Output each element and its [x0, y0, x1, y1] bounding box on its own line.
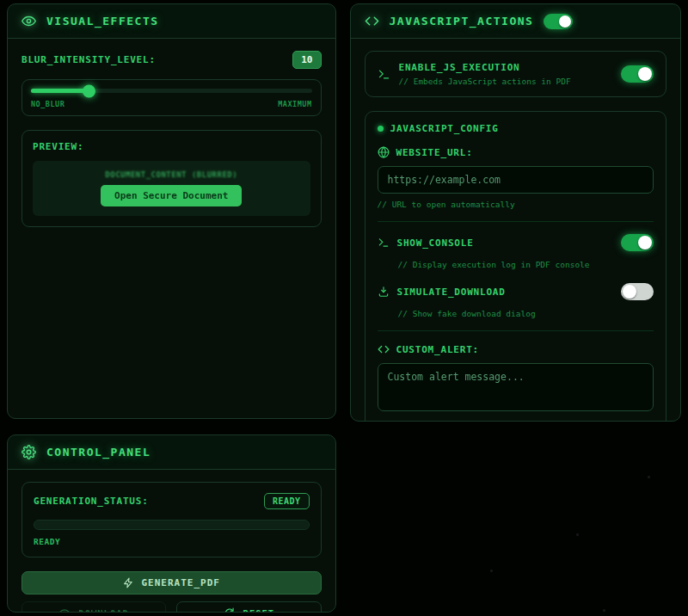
javascript-config-box: JAVASCRIPT_CONFIG WEBSITE_URL: // URL to…	[365, 111, 667, 422]
preview-box: PREVIEW: DOCUMENT_CONTENT (BLURRED) Open…	[22, 130, 322, 227]
toggle-knob	[623, 285, 636, 299]
noise-speck	[603, 609, 605, 612]
show-console-label: SHOW_CONSOLE	[397, 237, 614, 249]
enable-js-text: ENABLE_JS_EXECUTION // Embeds JavaScript…	[399, 62, 613, 86]
page: VISUAL_EFFECTS BLUR_INTENSITY_LEVEL: 10 …	[0, 0, 688, 616]
slider-max-label: MAXIMUM	[278, 100, 311, 108]
reset-label: RESET	[243, 608, 275, 613]
eye-icon	[58, 607, 71, 613]
panel-title: CONTROL_PANEL	[46, 446, 150, 459]
terminal-icon	[378, 68, 390, 81]
lightning-icon	[123, 577, 134, 588]
panel-title: JAVASCRIPT_ACTIONS	[390, 15, 534, 28]
config-title-row: JAVASCRIPT_CONFIG	[378, 123, 654, 134]
javascript-actions-panel: JAVASCRIPT_ACTIONS ENABLE_JS_EXECUTION /…	[350, 3, 682, 422]
simulate-download-toggle[interactable]	[621, 283, 654, 300]
blur-intensity-row: BLUR_INTENSITY_LEVEL: 10	[22, 51, 322, 69]
blur-slider-box: NO_BLUR MAXIMUM	[22, 79, 322, 116]
control-panel-body: GENERATION_STATUS: READY READY GENERATE_…	[8, 470, 335, 613]
custom-alert-comment: // Additional alert message to display	[378, 421, 654, 422]
gear-icon	[22, 445, 36, 459]
reset-button[interactable]: RESET	[176, 601, 321, 613]
javascript-actions-toggle[interactable]	[544, 14, 573, 29]
preview-document: DOCUMENT_CONTENT (BLURRED) Open Secure D…	[33, 161, 310, 216]
toggle-knob	[638, 236, 652, 249]
custom-alert-label: CUSTOM_ALERT:	[396, 344, 480, 355]
noise-speck	[648, 476, 650, 478]
blur-slider-fill[interactable]	[31, 89, 89, 93]
status-text: READY	[34, 537, 310, 546]
download-label: DOWNLOAD	[78, 608, 129, 613]
custom-alert-label-row: CUSTOM_ALERT:	[378, 343, 654, 355]
terminal-icon	[378, 237, 390, 249]
secondary-buttons-row: DOWNLOAD RESET	[22, 601, 322, 613]
blur-intensity-label: BLUR_INTENSITY_LEVEL:	[22, 54, 156, 65]
visual-effects-panel: VISUAL_EFFECTS BLUR_INTENSITY_LEVEL: 10 …	[7, 3, 336, 419]
download-icon	[378, 286, 390, 298]
status-badge: READY	[264, 493, 310, 509]
simulate-download-label: SIMULATE_DOWNLOAD	[397, 286, 614, 298]
visual-effects-header: VISUAL_EFFECTS	[8, 4, 335, 39]
generation-status-box: GENERATION_STATUS: READY READY	[22, 482, 322, 557]
panel-title: VISUAL_EFFECTS	[46, 15, 159, 28]
noise-speck	[490, 570, 493, 572]
enable-js-comment: // Embeds JavaScript actions in PDF	[399, 77, 613, 86]
simulate-download-comment: // Show fake download dialog	[398, 309, 654, 318]
control-panel: CONTROL_PANEL GENERATION_STATUS: READY R…	[7, 434, 336, 613]
website-url-input[interactable]	[378, 166, 654, 194]
visual-effects-body: BLUR_INTENSITY_LEVEL: 10 NO_BLUR MAXIMUM…	[8, 39, 335, 239]
generate-pdf-button[interactable]: GENERATE_PDF	[22, 571, 322, 594]
code-icon	[365, 14, 379, 28]
eye-icon	[22, 14, 36, 28]
website-url-label: WEBSITE_URL:	[396, 147, 473, 158]
noise-speck	[576, 533, 579, 536]
simulate-download-row: SIMULATE_DOWNLOAD	[378, 283, 654, 300]
config-title: JAVASCRIPT_CONFIG	[390, 123, 499, 134]
show-console-row: SHOW_CONSOLE	[378, 234, 654, 251]
toggle-knob	[638, 67, 652, 81]
open-secure-document-button[interactable]: Open Secure Document	[101, 185, 242, 206]
code-icon	[378, 343, 390, 355]
download-button[interactable]: DOWNLOAD	[22, 601, 166, 613]
custom-alert-textarea[interactable]	[378, 363, 654, 411]
generate-pdf-label: GENERATE_PDF	[142, 577, 220, 588]
reset-icon	[224, 607, 236, 613]
toggle-knob	[559, 15, 571, 28]
website-url-label-row: WEBSITE_URL:	[378, 146, 654, 158]
status-row: GENERATION_STATUS: READY	[34, 493, 310, 509]
control-panel-header: CONTROL_PANEL	[8, 435, 335, 470]
javascript-actions-header: JAVASCRIPT_ACTIONS	[351, 4, 681, 39]
blur-slider[interactable]	[31, 89, 312, 93]
website-url-comment: // URL to open automatically	[378, 200, 654, 209]
divider	[378, 330, 654, 331]
blur-value-badge: 10	[292, 51, 321, 69]
show-console-comment: // Display execution log in PDF console	[398, 260, 654, 269]
preview-content-text: DOCUMENT_CONTENT (BLURRED)	[105, 170, 237, 179]
enable-js-toggle[interactable]	[621, 65, 654, 83]
javascript-actions-body: ENABLE_JS_EXECUTION // Embeds JavaScript…	[351, 39, 681, 422]
slider-labels: NO_BLUR MAXIMUM	[31, 100, 312, 108]
slider-min-label: NO_BLUR	[31, 100, 64, 108]
left-column: VISUAL_EFFECTS BLUR_INTENSITY_LEVEL: 10 …	[7, 3, 336, 613]
globe-icon	[378, 146, 390, 158]
bullet-icon	[378, 126, 384, 132]
generation-status-label: GENERATION_STATUS:	[34, 496, 149, 507]
progress-bar	[34, 520, 310, 530]
enable-js-label: ENABLE_JS_EXECUTION	[399, 62, 613, 73]
show-console-toggle[interactable]	[621, 234, 654, 251]
preview-label: PREVIEW:	[33, 141, 310, 152]
enable-js-execution-box: ENABLE_JS_EXECUTION // Embeds JavaScript…	[365, 51, 667, 97]
divider	[378, 221, 654, 222]
right-column: JAVASCRIPT_ACTIONS ENABLE_JS_EXECUTION /…	[350, 3, 682, 613]
